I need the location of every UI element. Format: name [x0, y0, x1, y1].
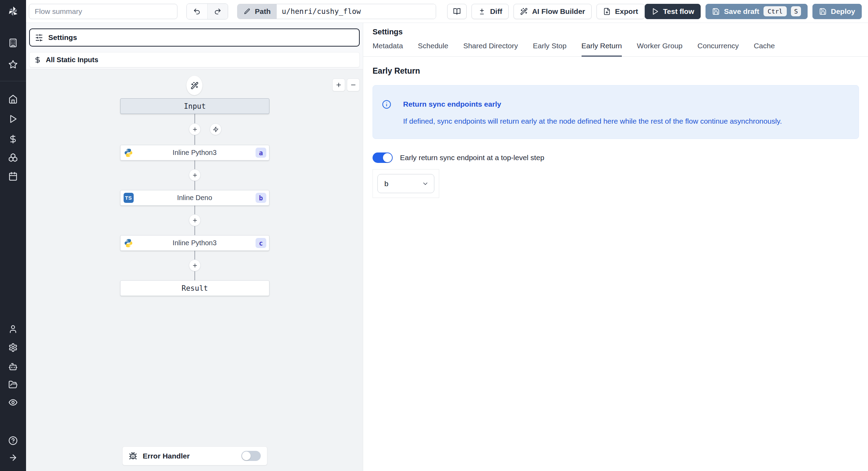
- pencil-icon: [244, 8, 251, 15]
- windmill-flow-editor: Path Diff AI Flow Builder Export Test fl…: [0, 0, 868, 471]
- robot-icon: [8, 362, 18, 371]
- flow-header: Settings All Static Inputs: [26, 23, 363, 69]
- tab-early-stop[interactable]: Early Stop: [533, 42, 567, 57]
- folder-open-icon: [8, 380, 18, 389]
- tab-concurrency[interactable]: Concurrency: [698, 42, 739, 57]
- play-icon: [8, 114, 18, 124]
- tab-metadata[interactable]: Metadata: [373, 42, 403, 57]
- sidebar-item-resources[interactable]: [6, 150, 21, 165]
- sidebar-item-schedules[interactable]: [6, 168, 21, 184]
- step-title: Inline Python3: [134, 239, 256, 247]
- error-handler-node[interactable]: Error Handler: [122, 446, 267, 465]
- sidebar-item-favorites[interactable]: [6, 57, 21, 72]
- early-return-toggle-row: Early return sync endpoint at a top-leve…: [373, 152, 868, 163]
- user-icon: [8, 324, 18, 334]
- play-icon: [651, 8, 659, 15]
- gear-icon: [8, 343, 18, 352]
- all-static-inputs-label: All Static Inputs: [46, 56, 98, 64]
- calendar-icon: [8, 172, 18, 181]
- save-icon: [712, 8, 720, 15]
- sidebar-item-workspace[interactable]: [6, 35, 21, 50]
- ai-flow-builder-button[interactable]: AI Flow Builder: [514, 4, 592, 19]
- typescript-icon: TS: [123, 193, 134, 203]
- tab-schedule[interactable]: Schedule: [418, 42, 449, 57]
- diff-button[interactable]: Diff: [471, 4, 509, 19]
- add-step-button[interactable]: [189, 123, 201, 135]
- ai-builder-fab[interactable]: [186, 76, 202, 95]
- flow-step-node-b[interactable]: TS Inline Deno b: [120, 190, 269, 206]
- sidebar-item-workers[interactable]: [6, 359, 21, 374]
- save-icon: [819, 8, 827, 15]
- tab-early-return[interactable]: Early Return: [582, 42, 622, 57]
- windmill-logo-icon[interactable]: [6, 4, 20, 19]
- flow-summary-input[interactable]: [29, 4, 177, 19]
- help-circle-icon: [8, 436, 18, 445]
- minus-icon: [350, 82, 357, 88]
- result-node[interactable]: Result: [120, 280, 269, 296]
- sidebar-item-expand[interactable]: [6, 450, 21, 465]
- home-icon: [8, 94, 18, 104]
- flow-graph-canvas[interactable]: Input Inline Python3 a TS: [26, 69, 363, 471]
- early-return-toggle[interactable]: [373, 152, 393, 163]
- error-handler-toggle[interactable]: [241, 451, 261, 461]
- dollar-icon: [8, 134, 18, 144]
- settings-tabs: Metadata Schedule Shared Directory Early…: [363, 42, 868, 57]
- sidebar-item-home[interactable]: [6, 91, 21, 107]
- python-icon: [123, 148, 134, 158]
- early-return-step-select[interactable]: b: [377, 174, 434, 193]
- edit-path-button[interactable]: Path: [237, 4, 277, 19]
- all-static-inputs-button[interactable]: All Static Inputs: [29, 52, 360, 67]
- sidebar-item-settings[interactable]: [6, 340, 21, 355]
- shortcut-s-key: S: [791, 6, 801, 16]
- input-node[interactable]: Input: [120, 98, 269, 114]
- undo-button[interactable]: [187, 4, 207, 19]
- tab-cache[interactable]: Cache: [754, 42, 775, 57]
- undo-redo-group: [186, 3, 228, 19]
- export-label: Export: [615, 7, 638, 16]
- sidebar: [0, 0, 26, 471]
- flow-step-node-c[interactable]: Inline Python3 c: [120, 235, 269, 251]
- flow-step-node-a[interactable]: Inline Python3 a: [120, 145, 269, 160]
- add-step-button[interactable]: [189, 259, 201, 271]
- sidebar-item-variables[interactable]: [6, 131, 21, 147]
- info-icon: [382, 100, 391, 109]
- settings-panel: Settings Metadata Schedule Shared Direct…: [363, 23, 868, 471]
- deploy-button[interactable]: Deploy: [812, 4, 862, 19]
- zap-icon: [213, 126, 219, 132]
- path-label: Path: [255, 7, 271, 16]
- ai-flow-builder-label: AI Flow Builder: [532, 7, 585, 16]
- test-flow-button[interactable]: Test flow: [645, 4, 701, 19]
- export-button[interactable]: Export: [596, 4, 645, 19]
- diff-label: Diff: [490, 7, 502, 16]
- flow-settings-button[interactable]: Settings: [29, 28, 360, 47]
- plus-icon: [192, 263, 198, 268]
- toggle-knob: [383, 153, 392, 162]
- plus-icon: [192, 217, 198, 223]
- tutorials-button[interactable]: [447, 4, 467, 19]
- tab-shared-directory[interactable]: Shared Directory: [463, 42, 518, 57]
- info-title: Return sync endpoints early: [403, 100, 782, 108]
- undo-icon: [193, 8, 201, 15]
- test-flow-label: Test flow: [663, 7, 694, 16]
- sidebar-item-help[interactable]: [6, 433, 21, 448]
- building-icon: [8, 38, 18, 48]
- add-trigger-button[interactable]: [210, 123, 222, 135]
- add-step-button[interactable]: [189, 169, 201, 181]
- sidebar-item-folders[interactable]: [6, 377, 21, 392]
- error-handler-label: Error Handler: [143, 452, 236, 460]
- redo-button[interactable]: [207, 4, 228, 19]
- path-input[interactable]: [277, 4, 436, 19]
- plus-icon: [335, 82, 342, 88]
- dollar-icon: [34, 56, 41, 64]
- sidebar-item-runs[interactable]: [6, 111, 21, 126]
- step-title: Inline Deno: [134, 194, 256, 202]
- add-step-button[interactable]: [189, 214, 201, 226]
- sidebar-item-audit-logs[interactable]: [6, 395, 21, 410]
- boxes-icon: [8, 153, 18, 162]
- save-draft-button[interactable]: Save draft Ctrl S: [706, 4, 808, 19]
- step-id-badge: a: [256, 148, 266, 158]
- tab-worker-group[interactable]: Worker Group: [637, 42, 683, 57]
- sidebar-item-users[interactable]: [6, 321, 21, 337]
- zoom-in-button[interactable]: [332, 78, 345, 91]
- zoom-out-button[interactable]: [347, 78, 360, 91]
